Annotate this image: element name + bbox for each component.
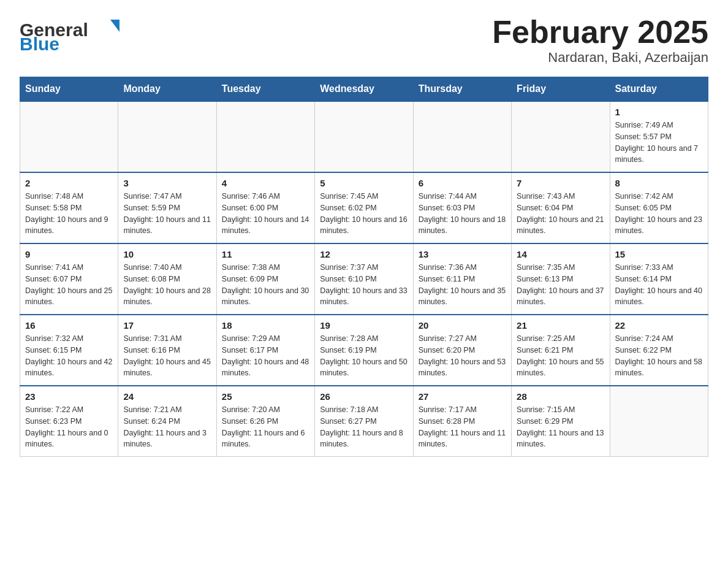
header-cell-saturday: Saturday (610, 77, 708, 102)
calendar-table: SundayMondayTuesdayWednesdayThursdayFrid… (20, 77, 708, 457)
day-cell: 21Sunrise: 7:25 AM Sunset: 6:21 PM Dayli… (512, 315, 610, 386)
day-cell (216, 101, 314, 172)
day-info: Sunrise: 7:44 AM Sunset: 6:03 PM Dayligh… (419, 191, 506, 237)
day-cell: 15Sunrise: 7:33 AM Sunset: 6:14 PM Dayli… (610, 243, 708, 315)
logo-svg: General Blue (20, 15, 130, 52)
day-number: 26 (320, 391, 408, 402)
day-cell: 5Sunrise: 7:45 AM Sunset: 6:02 PM Daylig… (315, 172, 413, 243)
day-info: Sunrise: 7:21 AM Sunset: 6:24 PM Dayligh… (123, 404, 211, 450)
day-info: Sunrise: 7:17 AM Sunset: 6:28 PM Dayligh… (419, 404, 506, 450)
header-row: SundayMondayTuesdayWednesdayThursdayFrid… (20, 77, 708, 102)
day-number: 24 (123, 391, 211, 402)
day-cell: 8Sunrise: 7:42 AM Sunset: 6:05 PM Daylig… (610, 172, 708, 243)
header-cell-sunday: Sunday (20, 77, 118, 102)
day-info: Sunrise: 7:15 AM Sunset: 6:29 PM Dayligh… (517, 404, 604, 450)
day-info: Sunrise: 7:28 AM Sunset: 6:19 PM Dayligh… (320, 333, 408, 379)
day-number: 13 (419, 249, 506, 259)
day-number: 4 (222, 178, 309, 188)
day-cell: 17Sunrise: 7:31 AM Sunset: 6:16 PM Dayli… (118, 315, 216, 386)
day-cell: 22Sunrise: 7:24 AM Sunset: 6:22 PM Dayli… (610, 315, 708, 386)
day-cell (315, 101, 413, 172)
day-info: Sunrise: 7:31 AM Sunset: 6:16 PM Dayligh… (123, 333, 211, 379)
day-cell: 14Sunrise: 7:35 AM Sunset: 6:13 PM Dayli… (512, 243, 610, 315)
header-cell-wednesday: Wednesday (315, 77, 413, 102)
day-cell: 3Sunrise: 7:47 AM Sunset: 5:59 PM Daylig… (118, 172, 216, 243)
day-info: Sunrise: 7:37 AM Sunset: 6:10 PM Dayligh… (320, 262, 408, 308)
day-cell (610, 386, 708, 457)
calendar-header: SundayMondayTuesdayWednesdayThursdayFrid… (20, 77, 708, 102)
day-cell: 11Sunrise: 7:38 AM Sunset: 6:09 PM Dayli… (216, 243, 314, 315)
day-info: Sunrise: 7:33 AM Sunset: 6:14 PM Dayligh… (615, 262, 703, 308)
week-row-4: 16Sunrise: 7:32 AM Sunset: 6:15 PM Dayli… (20, 315, 708, 386)
day-cell: 26Sunrise: 7:18 AM Sunset: 6:27 PM Dayli… (315, 386, 413, 457)
day-info: Sunrise: 7:40 AM Sunset: 6:08 PM Dayligh… (123, 262, 211, 308)
page-title: February 2025 (492, 15, 708, 50)
day-cell: 19Sunrise: 7:28 AM Sunset: 6:19 PM Dayli… (315, 315, 413, 386)
day-info: Sunrise: 7:22 AM Sunset: 6:23 PM Dayligh… (25, 404, 113, 450)
day-info: Sunrise: 7:27 AM Sunset: 6:20 PM Dayligh… (419, 333, 506, 379)
header-cell-tuesday: Tuesday (216, 77, 314, 102)
svg-marker-1 (110, 20, 119, 32)
day-cell: 1Sunrise: 7:49 AM Sunset: 5:57 PM Daylig… (610, 101, 708, 172)
day-info: Sunrise: 7:41 AM Sunset: 6:07 PM Dayligh… (25, 262, 113, 308)
day-cell (512, 101, 610, 172)
day-cell: 23Sunrise: 7:22 AM Sunset: 6:23 PM Dayli… (20, 386, 118, 457)
header-cell-monday: Monday (118, 77, 216, 102)
day-number: 2 (25, 178, 113, 188)
day-cell: 24Sunrise: 7:21 AM Sunset: 6:24 PM Dayli… (118, 386, 216, 457)
calendar-body: 1Sunrise: 7:49 AM Sunset: 5:57 PM Daylig… (20, 101, 708, 457)
day-info: Sunrise: 7:42 AM Sunset: 6:05 PM Dayligh… (615, 191, 703, 237)
week-row-3: 9Sunrise: 7:41 AM Sunset: 6:07 PM Daylig… (20, 243, 708, 315)
day-number: 12 (320, 249, 408, 259)
day-cell: 9Sunrise: 7:41 AM Sunset: 6:07 PM Daylig… (20, 243, 118, 315)
day-cell: 12Sunrise: 7:37 AM Sunset: 6:10 PM Dayli… (315, 243, 413, 315)
day-cell: 13Sunrise: 7:36 AM Sunset: 6:11 PM Dayli… (413, 243, 511, 315)
day-cell (20, 101, 118, 172)
day-info: Sunrise: 7:45 AM Sunset: 6:02 PM Dayligh… (320, 191, 408, 237)
title-block: February 2025 Nardaran, Baki, Azerbaijan (492, 15, 708, 66)
day-number: 21 (517, 320, 604, 331)
day-number: 6 (419, 178, 506, 188)
day-number: 20 (419, 320, 506, 331)
day-number: 10 (123, 249, 211, 259)
day-number: 11 (222, 249, 309, 259)
day-number: 8 (615, 178, 703, 188)
day-info: Sunrise: 7:35 AM Sunset: 6:13 PM Dayligh… (517, 262, 604, 308)
day-info: Sunrise: 7:43 AM Sunset: 6:04 PM Dayligh… (517, 191, 604, 237)
svg-text:Blue: Blue (20, 34, 59, 52)
day-info: Sunrise: 7:32 AM Sunset: 6:15 PM Dayligh… (25, 333, 113, 379)
day-info: Sunrise: 7:48 AM Sunset: 5:58 PM Dayligh… (25, 191, 113, 237)
day-cell: 28Sunrise: 7:15 AM Sunset: 6:29 PM Dayli… (512, 386, 610, 457)
day-info: Sunrise: 7:25 AM Sunset: 6:21 PM Dayligh… (517, 333, 604, 379)
day-cell: 7Sunrise: 7:43 AM Sunset: 6:04 PM Daylig… (512, 172, 610, 243)
day-cell: 25Sunrise: 7:20 AM Sunset: 6:26 PM Dayli… (216, 386, 314, 457)
day-cell: 6Sunrise: 7:44 AM Sunset: 6:03 PM Daylig… (413, 172, 511, 243)
day-cell: 10Sunrise: 7:40 AM Sunset: 6:08 PM Dayli… (118, 243, 216, 315)
day-number: 18 (222, 320, 309, 331)
day-number: 7 (517, 178, 604, 188)
day-info: Sunrise: 7:47 AM Sunset: 5:59 PM Dayligh… (123, 191, 211, 237)
day-number: 19 (320, 320, 408, 331)
page-subtitle: Nardaran, Baki, Azerbaijan (492, 50, 708, 66)
day-number: 1 (615, 107, 703, 117)
day-number: 25 (222, 391, 309, 402)
day-cell: 18Sunrise: 7:29 AM Sunset: 6:17 PM Dayli… (216, 315, 314, 386)
week-row-5: 23Sunrise: 7:22 AM Sunset: 6:23 PM Dayli… (20, 386, 708, 457)
day-cell: 2Sunrise: 7:48 AM Sunset: 5:58 PM Daylig… (20, 172, 118, 243)
day-cell: 27Sunrise: 7:17 AM Sunset: 6:28 PM Dayli… (413, 386, 511, 457)
day-number: 28 (517, 391, 604, 402)
day-cell: 16Sunrise: 7:32 AM Sunset: 6:15 PM Dayli… (20, 315, 118, 386)
day-number: 3 (123, 178, 211, 188)
page-header: General Blue February 2025 Nardaran, Bak… (20, 15, 708, 66)
day-number: 22 (615, 320, 703, 331)
day-number: 17 (123, 320, 211, 331)
day-number: 23 (25, 391, 113, 402)
day-info: Sunrise: 7:18 AM Sunset: 6:27 PM Dayligh… (320, 404, 408, 450)
day-info: Sunrise: 7:49 AM Sunset: 5:57 PM Dayligh… (615, 120, 703, 166)
day-info: Sunrise: 7:24 AM Sunset: 6:22 PM Dayligh… (615, 333, 703, 379)
week-row-1: 1Sunrise: 7:49 AM Sunset: 5:57 PM Daylig… (20, 101, 708, 172)
day-info: Sunrise: 7:20 AM Sunset: 6:26 PM Dayligh… (222, 404, 309, 450)
day-info: Sunrise: 7:46 AM Sunset: 6:00 PM Dayligh… (222, 191, 309, 237)
week-row-2: 2Sunrise: 7:48 AM Sunset: 5:58 PM Daylig… (20, 172, 708, 243)
day-cell: 20Sunrise: 7:27 AM Sunset: 6:20 PM Dayli… (413, 315, 511, 386)
